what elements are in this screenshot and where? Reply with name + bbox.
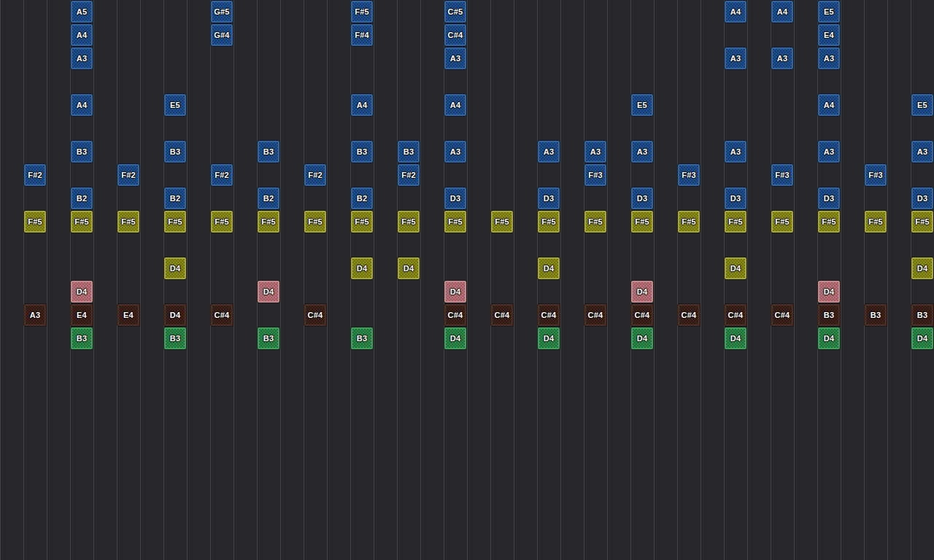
note-block[interactable]: C#4 — [304, 304, 326, 326]
note-block[interactable]: A4 — [71, 94, 93, 116]
note-block[interactable]: C#5 — [444, 1, 466, 23]
note-block[interactable]: F#5 — [71, 211, 93, 233]
note-block[interactable]: F#4 — [351, 24, 373, 46]
note-block[interactable]: D4 — [164, 304, 186, 326]
note-block[interactable]: B3 — [818, 304, 840, 326]
note-block[interactable]: C#4 — [211, 304, 233, 326]
note-block[interactable]: D4 — [631, 327, 653, 349]
note-block[interactable]: F#3 — [584, 164, 606, 186]
note-block[interactable]: C#4 — [771, 304, 793, 326]
note-block[interactable]: A4 — [725, 1, 746, 23]
note-block[interactable]: F#5 — [351, 211, 373, 233]
note-block[interactable]: A4 — [351, 94, 373, 116]
note-block[interactable]: F#5 — [211, 211, 233, 233]
note-block[interactable]: B3 — [351, 327, 373, 349]
note-block[interactable]: B3 — [865, 304, 887, 326]
note-block[interactable]: D3 — [631, 187, 653, 209]
note-block[interactable]: F#5 — [491, 211, 513, 233]
note-block[interactable]: D4 — [258, 281, 279, 303]
note-block[interactable]: A5 — [71, 1, 93, 23]
note-block[interactable]: F#5 — [818, 211, 840, 233]
note-block[interactable]: F#2 — [304, 164, 326, 186]
note-block[interactable]: B2 — [71, 187, 93, 209]
note-block[interactable]: F#3 — [678, 164, 700, 186]
note-block[interactable]: F#5 — [398, 211, 420, 233]
note-block[interactable]: D4 — [725, 327, 746, 349]
note-block[interactable]: F#5 — [24, 211, 46, 233]
note-block[interactable]: E4 — [117, 304, 139, 326]
note-block[interactable]: F#3 — [865, 164, 887, 186]
note-block[interactable]: F#5 — [631, 211, 653, 233]
note-block[interactable]: F#5 — [117, 211, 139, 233]
note-block[interactable]: D4 — [911, 327, 933, 349]
note-block[interactable]: F#2 — [117, 164, 139, 186]
note-block[interactable]: C#4 — [631, 304, 653, 326]
note-block[interactable]: A3 — [725, 141, 746, 163]
note-block[interactable]: D4 — [444, 327, 466, 349]
note-block[interactable]: D3 — [538, 187, 560, 209]
note-block[interactable]: C#4 — [584, 304, 606, 326]
note-block[interactable]: A3 — [818, 141, 840, 163]
note-block[interactable]: D3 — [911, 187, 933, 209]
note-block[interactable]: F#5 — [865, 211, 887, 233]
note-block[interactable]: F#5 — [164, 211, 186, 233]
note-block[interactable]: E5 — [911, 94, 933, 116]
note-block[interactable]: B3 — [164, 327, 186, 349]
note-block[interactable]: D4 — [631, 281, 653, 303]
note-block[interactable]: E5 — [818, 1, 840, 23]
note-block[interactable]: E5 — [631, 94, 653, 116]
note-block[interactable]: E4 — [71, 304, 93, 326]
note-block[interactable]: B2 — [164, 187, 186, 209]
note-block[interactable]: G#5 — [211, 1, 233, 23]
sequencer-grid[interactable]: F#2F#5A3A5A4A3A4B3B2F#5D4E4B3F#2F#5E4E5B… — [0, 0, 934, 560]
note-block[interactable]: F#5 — [584, 211, 606, 233]
note-block[interactable]: G#4 — [211, 24, 233, 46]
note-block[interactable]: D4 — [538, 257, 560, 279]
note-block[interactable]: C#4 — [538, 304, 560, 326]
note-block[interactable]: F#2 — [24, 164, 46, 186]
note-block[interactable]: B3 — [398, 141, 420, 163]
note-block[interactable]: B3 — [258, 327, 279, 349]
note-block[interactable]: D4 — [164, 257, 186, 279]
note-block[interactable]: A4 — [771, 1, 793, 23]
note-block[interactable]: F#5 — [538, 211, 560, 233]
note-block[interactable]: D4 — [538, 327, 560, 349]
note-block[interactable]: D4 — [818, 281, 840, 303]
note-block[interactable]: F#5 — [678, 211, 700, 233]
note-block[interactable]: A4 — [818, 94, 840, 116]
note-block[interactable]: B3 — [71, 141, 93, 163]
note-block[interactable]: C#4 — [725, 304, 746, 326]
note-block[interactable]: D4 — [818, 327, 840, 349]
note-block[interactable]: F#2 — [398, 164, 420, 186]
note-block[interactable]: F#5 — [304, 211, 326, 233]
note-block[interactable]: B3 — [911, 304, 933, 326]
note-block[interactable]: F#5 — [444, 211, 466, 233]
note-block[interactable]: A4 — [444, 94, 466, 116]
note-block[interactable]: F#5 — [911, 211, 933, 233]
note-block[interactable]: B3 — [351, 141, 373, 163]
note-block[interactable]: D4 — [725, 257, 746, 279]
note-block[interactable]: C#4 — [678, 304, 700, 326]
note-block[interactable]: B2 — [351, 187, 373, 209]
note-block[interactable]: F#5 — [771, 211, 793, 233]
note-block[interactable]: A3 — [911, 141, 933, 163]
note-block[interactable]: B3 — [164, 141, 186, 163]
note-block[interactable]: B3 — [71, 327, 93, 349]
note-block[interactable]: A3 — [444, 141, 466, 163]
note-block[interactable]: A3 — [538, 141, 560, 163]
note-block[interactable]: A3 — [771, 47, 793, 69]
note-block[interactable]: A3 — [71, 47, 93, 69]
note-block[interactable]: D4 — [444, 281, 466, 303]
note-block[interactable]: A3 — [818, 47, 840, 69]
note-block[interactable]: D4 — [71, 281, 93, 303]
note-block[interactable]: E5 — [164, 94, 186, 116]
note-block[interactable]: C#4 — [444, 304, 466, 326]
note-block[interactable]: E4 — [818, 24, 840, 46]
note-block[interactable]: B3 — [258, 141, 279, 163]
note-block[interactable]: D4 — [398, 257, 420, 279]
note-block[interactable]: D4 — [911, 257, 933, 279]
note-block[interactable]: D4 — [351, 257, 373, 279]
note-block[interactable]: F#5 — [725, 211, 746, 233]
note-block[interactable]: A3 — [444, 47, 466, 69]
note-block[interactable]: A3 — [584, 141, 606, 163]
